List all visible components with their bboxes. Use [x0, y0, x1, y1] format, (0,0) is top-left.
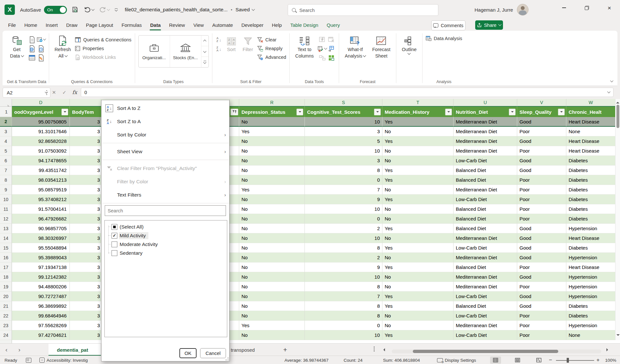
cell-body-temp[interactable]: 3: [70, 117, 101, 127]
cell-blood-oxygen[interactable]: 95.00750805: [12, 117, 70, 127]
row-header[interactable]: 5: [0, 146, 12, 156]
cell-blood-oxygen[interactable]: 99.12142382: [12, 272, 70, 282]
cell-blood-oxygen[interactable]: 96.38699892: [12, 301, 70, 311]
cell-nutrition-diet[interactable]: Mediterranean Diet: [454, 117, 517, 127]
cell-depression-status[interactable]: No: [239, 156, 305, 166]
cell-medication-history[interactable]: No: [382, 253, 454, 262]
cell-depression-status[interactable]: No: [239, 166, 305, 175]
cell-medication-history[interactable]: Yes: [382, 292, 454, 301]
cell-body-temp[interactable]: 3: [70, 253, 101, 262]
filter-list-item[interactable]: Sedentary: [106, 249, 227, 257]
cell-sleep-quality[interactable]: Good: [517, 272, 566, 282]
checkbox[interactable]: [112, 224, 117, 230]
cell-q-tail[interactable]: [230, 253, 239, 262]
ok-button[interactable]: OK: [179, 348, 197, 358]
data-validation-button[interactable]: [318, 44, 326, 53]
save-button[interactable]: [71, 6, 79, 13]
header-sleep-quality[interactable]: Sleep_Quality: [517, 107, 566, 117]
cell-chronic-health[interactable]: Heart Disease: [566, 233, 615, 243]
header-medication-history[interactable]: Medication_History: [382, 107, 454, 117]
filter-list-item[interactable]: Mild Activity: [106, 231, 227, 240]
cell-depression-status[interactable]: No: [239, 136, 305, 146]
column-header-u[interactable]: U: [454, 99, 517, 107]
cell-body-temp[interactable]: 3: [70, 185, 101, 195]
cell-nutrition-diet[interactable]: Mediterranean Diet: [454, 282, 517, 292]
cancel-button[interactable]: Cancel: [200, 348, 226, 358]
what-if-analysis-button[interactable]: ? What-If Analysis: [342, 34, 368, 60]
cell-blood-oxygen[interactable]: 98.03541213: [12, 175, 70, 185]
resize-grip[interactable]: [225, 357, 229, 360]
reapply-filter-button[interactable]: Reapply: [257, 45, 286, 52]
menu-filter-by-color[interactable]: Filter by Color ›: [102, 175, 229, 188]
cell-nutrition-diet[interactable]: Mediterranean Diet: [454, 127, 517, 136]
cell-nutrition-diet[interactable]: Balanced Diet: [454, 262, 517, 272]
row-header[interactable]: 11: [0, 204, 12, 214]
collapse-ribbon-button[interactable]: [611, 77, 613, 83]
cell-sleep-quality[interactable]: Good: [517, 166, 566, 175]
cell-q-tail[interactable]: [230, 185, 239, 195]
cell-medication-history[interactable]: No: [382, 321, 454, 330]
minimize-button[interactable]: [555, 0, 573, 16]
zoom-in-button[interactable]: +: [596, 356, 600, 364]
cell-sleep-quality[interactable]: Good: [517, 233, 566, 243]
row-header[interactable]: 3: [0, 127, 12, 136]
share-button[interactable]: Share: [475, 20, 503, 30]
cell-body-temp[interactable]: 3: [70, 204, 101, 214]
cell-medication-history[interactable]: Yes: [382, 224, 454, 233]
from-text-csv-button[interactable]: [28, 35, 37, 44]
cell-sleep-quality[interactable]: Good: [517, 117, 566, 127]
save-status-button[interactable]: Saved: [236, 7, 254, 13]
row-header[interactable]: 24: [0, 330, 12, 340]
filter-dropdown-icon[interactable]: [509, 109, 516, 115]
cell-q-tail[interactable]: [230, 243, 239, 253]
remove-duplicates-button[interactable]: [327, 35, 336, 44]
cell-q-tail[interactable]: [230, 175, 239, 185]
row-header[interactable]: 4: [0, 136, 12, 146]
ribbon-tab[interactable]: Draw: [62, 19, 82, 31]
normal-view-button[interactable]: [490, 357, 501, 364]
cell-sleep-quality[interactable]: Good: [517, 301, 566, 311]
advanced-filter-button[interactable]: Advanced: [257, 53, 286, 61]
workbook-links-button[interactable]: Workbook Links: [75, 53, 131, 61]
cell-medication-history[interactable]: No: [382, 311, 454, 321]
sheet-options-icon[interactable]: [374, 347, 375, 351]
cell-depression-status[interactable]: No: [239, 272, 305, 282]
cell-chronic-health[interactable]: None: [566, 330, 615, 340]
cell-chronic-health[interactable]: Heart Disease: [566, 136, 615, 146]
cell-q-tail[interactable]: [230, 156, 239, 166]
cell-sleep-quality[interactable]: Poor: [517, 146, 566, 156]
cell-sleep-quality[interactable]: Good: [517, 292, 566, 301]
sort-button[interactable]: ZAAZ Sort: [224, 34, 239, 53]
avatar[interactable]: [517, 4, 529, 16]
menu-clear-filter[interactable]: Clear Filter From "Physical_Activity": [102, 162, 229, 175]
cell-body-temp[interactable]: 3: [70, 282, 101, 292]
cell-cognitive-score[interactable]: 8: [305, 301, 382, 311]
cell-nutrition-diet[interactable]: Mediterranean Diet: [454, 136, 517, 146]
cell-depression-status[interactable]: No: [239, 243, 305, 253]
cell-blood-oxygen[interactable]: 94.48800206: [12, 282, 70, 292]
cell-q-tail[interactable]: [230, 292, 239, 301]
cell-body-temp[interactable]: 3: [70, 146, 101, 156]
cell-sleep-quality[interactable]: Poor: [517, 321, 566, 330]
zoom-slider-thumb[interactable]: [567, 358, 569, 363]
filter-dropdown-icon[interactable]: [61, 109, 68, 115]
cell-sleep-quality[interactable]: Poor: [517, 262, 566, 272]
cell-q-tail[interactable]: [230, 272, 239, 282]
menu-sort-by-color[interactable]: Sort by Color ›: [102, 128, 229, 141]
cell-nutrition-diet[interactable]: Balanced Diet: [454, 301, 517, 311]
titlebar-search[interactable]: Search: [288, 4, 438, 16]
outline-button[interactable]: Outline: [400, 34, 419, 55]
cell-cognitive-score[interactable]: 8: [305, 282, 382, 292]
cell-blood-oxygen[interactable]: 91.07503092: [12, 146, 70, 156]
header-cognitive-test-scores[interactable]: Cognitive_Test_Scores: [305, 107, 382, 117]
column-header-s[interactable]: S: [305, 99, 382, 107]
cell-medication-history[interactable]: No: [382, 127, 454, 136]
cell-q-tail[interactable]: [230, 262, 239, 272]
from-picture-button[interactable]: [37, 35, 46, 44]
column-header-r[interactable]: R: [239, 99, 305, 107]
cell-blood-oxygen[interactable]: 90.72727487: [12, 292, 70, 301]
cell-sleep-quality[interactable]: Poor: [517, 204, 566, 214]
close-button[interactable]: ×: [600, 0, 619, 16]
cell-chronic-health[interactable]: Diabetes: [566, 243, 615, 253]
zoom-out-button[interactable]: −: [549, 356, 552, 364]
